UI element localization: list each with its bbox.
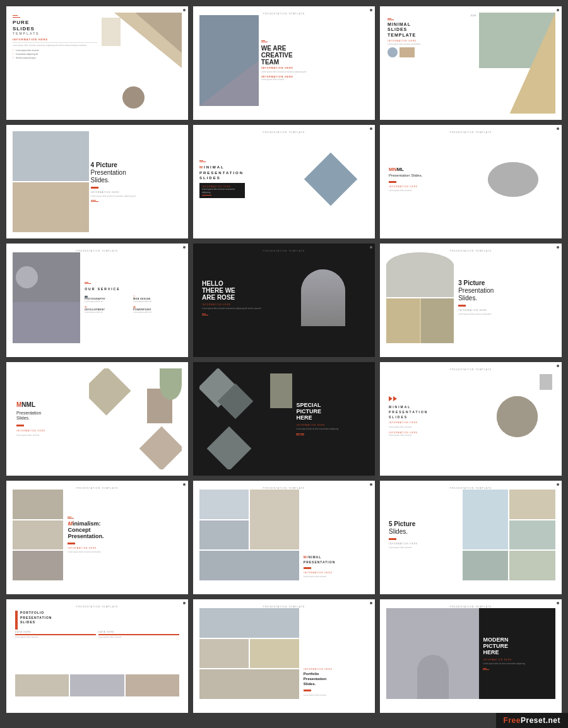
corner-dot-16 [183, 602, 186, 604]
slide-15: PRESENTATION TEMPLATE 5 Picture Slides. … [380, 481, 562, 594]
red-rect-14 [304, 567, 311, 569]
slide1-bullets: Lorem ipsum dolor sit amet Consectetur a… [13, 49, 97, 59]
red-rect-10 [16, 425, 24, 426]
slide10-title: MNML [16, 401, 84, 409]
freepreset-watermark: FreePreset.net [496, 713, 568, 728]
corner-dot-14 [370, 483, 372, 486]
slide3-title: MINIMAL SLIDES TEMPLATE [388, 22, 476, 38]
slide12-title: MINIMAL PRESENTATION SLIDES [389, 404, 475, 420]
corner-dot-7 [183, 246, 186, 249]
slide-17: PRESENTATION TEMPLATE INFORMATION HERE P… [193, 599, 375, 713]
red-rect-17 [304, 690, 311, 691]
slide-13: PRESENTATION TEMPLATE Minimalism: Concep… [6, 481, 188, 594]
slide9-title: 3 Picture Presentation Slides. [458, 279, 553, 302]
red-rect-9 [458, 305, 466, 307]
corner-dot [183, 9, 186, 11]
service-photography: 📷 PHOTOGRAPHY Lorem ipsum dolor sit [85, 295, 131, 303]
corner-dot-2 [370, 9, 372, 11]
service-powerpoint: ▦ POWERPOINT Lorem ipsum dolor sit [133, 305, 179, 314]
slide-18: PRESENTATION TEMPLATE MODERN PICTURE HER… [380, 599, 562, 713]
corner-dot-12 [557, 365, 559, 367]
slide-12: PRESENTATION TEMPLATE MINIMAL PRESENTATI… [380, 362, 562, 476]
slide2-title: WE ARE CREATIVE TEAM [261, 45, 369, 66]
slide-2: PRESENTATION TEMPLATE WE ARE CREATIVE TE… [193, 6, 375, 120]
red-rect-6 [389, 181, 396, 183]
slide17-title: PortfolioPresentationSlides. [304, 672, 366, 686]
slide13-title: Minimalism: Concept Presentation. [68, 521, 179, 540]
red-rect-4 [91, 187, 98, 189]
corner-dot-18 [557, 602, 559, 604]
service-webdesign: ◻ WEB DESIGN Lorem ipsum dolor sit [133, 295, 179, 303]
slide-14: PRESENTATION TEMPLATE MINIMALPRESENTATIO… [193, 481, 375, 594]
corner-dot-15 [557, 483, 559, 486]
slide-8: PRESENTATION TEMPLATE HELLO THERE WE ARE… [193, 244, 375, 357]
slide-grid: PURE SLIDES TEMPLATE INFORMATION HERE Lo… [6, 6, 562, 713]
slide-7: PRESENTATION TEMPLATE OUR SERVICE 📷 PHOT [6, 244, 188, 357]
slide7-title: OUR SERVICE [85, 287, 179, 291]
slide4-title: 4 Picture Presentation Slides. [91, 161, 179, 184]
slide-10: MNML PresentationSlides. INFORMATION HER… [6, 362, 188, 476]
red-rect-15 [389, 538, 396, 540]
slide-3: JOIN MINIMAL SLIDES TEMPLATE INFORMATION… [380, 6, 562, 120]
slide11-title: SPECIAL PICTURE HERE [296, 402, 366, 421]
slide15-title: 5 Picture Slides. [389, 520, 458, 536]
slide18-title: MODERN PICTURE HERE [483, 637, 552, 656]
corner-dot-5 [370, 127, 372, 130]
slide-4: 4 Picture Presentation Slides. INFORMATI… [6, 125, 188, 238]
slide-9: PRESENTATION TEMPLATE 3 Picture Presenta… [380, 244, 562, 357]
slide8-title: HELLO THERE WE ARE ROSE [202, 280, 273, 301]
slide-6: PRESENTATION TEMPLATE MNML Presentation … [380, 125, 562, 238]
corner-dot-13 [183, 483, 186, 486]
slide-5: PRESENTATION TEMPLATE MINIMAL PRESENTATI… [193, 125, 375, 238]
slide1-title: PURE SLIDES TEMPLATE [13, 20, 97, 35]
red-rect-13 [68, 543, 75, 544]
slide5-title: MINIMAL PRESENTATION SLIDES [199, 165, 290, 180]
slide14-title: MINIMALPRESENTATION [304, 555, 366, 565]
corner-dot-3 [557, 9, 559, 11]
corner-dot-17 [370, 602, 372, 604]
service-development: ⚙ DEVELOPMENT Lorem ipsum dolor sit [85, 305, 131, 314]
corner-dot-9 [557, 246, 559, 249]
corner-dot-6 [557, 127, 559, 130]
slide6-title: MNML [389, 167, 468, 173]
slide16-title: PORTFOLIOPRESENTATIONSLIDES [18, 611, 52, 625]
corner-dot-8 [370, 246, 372, 249]
slide-11: SPECIAL PICTURE HERE INFORMATION HERE Lo… [193, 362, 375, 476]
slide-16: PRESENTATION TEMPLATE PORTFOLIOPRESENTAT… [6, 599, 188, 713]
slide-1: PURE SLIDES TEMPLATE INFORMATION HERE Lo… [6, 6, 188, 120]
